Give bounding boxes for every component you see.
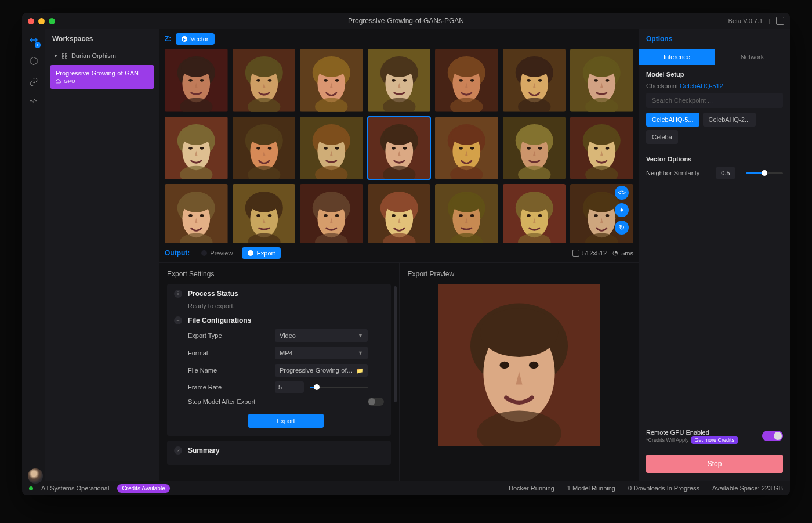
framerate-slider[interactable] [310,387,368,388]
image-grid [165,49,633,243]
sidebar: Workspaces ▼ Durian Orphism Progressive-… [45,29,159,481]
export-button[interactable]: Export [248,414,324,428]
svg-point-29 [392,79,396,82]
svg-point-147 [587,193,617,212]
output-bar: Output: Preview ↓ Export 512x512 ◔5ms [159,243,639,262]
swap-icon[interactable]: 1 [28,35,39,45]
filename-label: File Name [188,367,275,374]
grid-cell[interactable] [435,49,498,112]
grid-cell[interactable] [300,49,363,112]
svg-point-35 [452,58,482,77]
flow-icon[interactable] [28,98,39,108]
divider: | [768,17,770,24]
options-header: Options [639,29,790,49]
checkpoint-chip[interactable]: CelebAHQ-2... [703,113,756,127]
minimize-button[interactable] [38,18,45,24]
neighbor-value[interactable]: 0.5 [716,167,735,179]
grid-cell[interactable] [165,117,228,180]
grid-cell[interactable] [503,184,566,243]
grid-cell[interactable] [435,184,498,243]
svg-point-126 [384,193,414,212]
model-setup-header: Model Setup [646,71,783,78]
link-icon[interactable] [28,77,39,87]
export-settings-title: Export Settings [167,270,391,278]
close-button[interactable] [28,18,34,24]
tab-inference[interactable]: Inference [639,49,715,65]
grid-cell[interactable] [368,49,431,112]
credits-pill[interactable]: Credits Available [117,484,169,493]
avatar[interactable] [28,468,43,484]
checkpoint-chip[interactable]: CelebAHQ-5... [646,113,699,127]
gpu-toggle[interactable] [762,431,783,441]
stop-model-toggle[interactable] [368,398,384,406]
help-icon: ? [174,446,182,455]
maximize-button[interactable] [49,18,55,24]
checkpoint-chip[interactable]: Celeba [646,130,678,144]
svg-point-98 [587,126,617,145]
workspace-item[interactable]: ▼ Durian Orphism [45,49,159,63]
checkpoint-value[interactable]: CelebAHQ-512 [680,82,723,89]
grid-cell[interactable] [300,184,363,243]
svg-point-37 [470,79,474,82]
export-type-select[interactable]: Video▼ [275,329,368,342]
vector-pill[interactable]: ▸ Vector [176,33,214,45]
grid-cell[interactable] [570,49,633,112]
svg-point-112 [249,193,279,212]
code-button[interactable]: <> [615,186,629,200]
svg-point-127 [392,214,396,217]
grid-cell[interactable] [165,49,228,112]
get-credits-button[interactable]: Get more Credits [691,436,738,444]
svg-point-49 [587,58,617,77]
grid-cell[interactable] [233,49,296,112]
chevron-down-icon: ▼ [358,350,363,356]
grid-cell[interactable] [300,117,363,180]
svg-point-113 [256,214,260,217]
svg-point-135 [470,214,474,217]
svg-point-63 [249,126,279,145]
svg-point-57 [188,146,193,149]
svg-point-71 [324,146,328,149]
grid-cell[interactable] [368,117,431,180]
search-checkpoint-input[interactable]: Search Checkpoint ... [646,93,783,108]
preview-tab[interactable]: Preview [195,247,238,259]
grid-cell[interactable] [503,117,566,180]
neighbor-slider[interactable] [746,172,783,174]
folder-icon[interactable]: 📁 [356,367,363,374]
svg-point-99 [594,146,599,149]
file-config-header: File Configurations [188,316,251,324]
svg-point-77 [384,126,414,145]
main-area: Z: ▸ Vector [159,29,639,481]
random-button[interactable]: ✦ [615,203,629,217]
grid-cell[interactable] [165,184,228,243]
svg-point-23 [335,79,339,82]
summary-header: Summary [188,446,220,455]
svg-point-100 [606,146,610,149]
grid-cell[interactable] [503,49,566,112]
framerate-label: Frame Rate [188,384,275,391]
scrollbar[interactable] [394,286,397,402]
svg-point-141 [527,214,531,217]
tab-network[interactable]: Network [715,49,790,65]
grid-cell[interactable] [570,117,633,180]
grid-cell[interactable] [368,184,431,243]
model-card[interactable]: Progressive-Growing-of-GAN GPU [50,65,154,89]
svg-point-93 [538,146,542,149]
status-dot [29,486,33,490]
filename-input[interactable]: Progressive-Growing-of-GANs-P...📁 [275,364,368,377]
refresh-button[interactable]: ↻ [615,221,629,235]
svg-point-121 [335,214,339,217]
svg-point-16 [267,79,271,82]
grid-cell[interactable] [233,117,296,180]
stop-button[interactable]: Stop [646,455,783,473]
browse-icon[interactable] [28,56,39,66]
format-select[interactable]: MP4▼ [275,347,368,359]
workspace-name: Durian Orphism [71,52,116,59]
framerate-input[interactable]: 5 [275,381,304,393]
grid-cell[interactable] [233,184,296,243]
gpu-box: Remote GPU Enabled *Credits Will ApplyGe… [639,423,790,449]
chat-icon[interactable] [776,17,784,25]
export-tab[interactable]: ↓ Export [242,247,281,259]
eye-icon [201,250,207,256]
grid-cell[interactable] [435,117,498,180]
collapse-icon[interactable]: − [174,316,182,324]
